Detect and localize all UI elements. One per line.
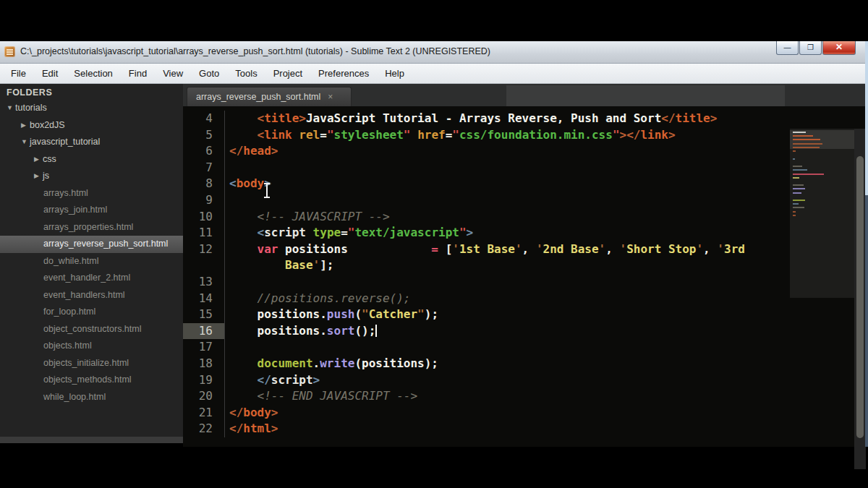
sidebar-item-objects-initialize-html[interactable]: objects_initialize.html bbox=[0, 355, 183, 372]
code-line[interactable]: 11 <script type="text/javascript"> bbox=[183, 225, 805, 241]
code-line[interactable]: 18 document.write(positions); bbox=[183, 356, 805, 372]
code-line[interactable]: 20 <!-- END JAVASCRIPT --> bbox=[183, 388, 805, 405]
line-number: 9 bbox=[183, 192, 225, 209]
minimap[interactable] bbox=[790, 129, 854, 298]
tab-arrays-reverse-push-sort[interactable]: arrays_reverse_push_sort.html× bbox=[187, 87, 352, 106]
line-number: 5 bbox=[183, 127, 225, 144]
code-line[interactable]: 13 bbox=[183, 274, 805, 291]
sidebar-item-object-constructors-html[interactable]: object_constructors.html bbox=[0, 321, 183, 338]
sidebar-item-arrays-html[interactable]: arrays.html bbox=[0, 185, 183, 202]
code-line[interactable]: 10 <!-- JAVASCRIPT --> bbox=[183, 209, 805, 226]
code-line[interactable]: 15 positions.push("Catcher"); bbox=[183, 307, 805, 323]
sidebar-item-label: object_constructors.html bbox=[43, 324, 141, 334]
chevron-collapsed-icon[interactable]: ▶ bbox=[34, 151, 43, 168]
code-lines: 4 <title>JavaScript Tutorial - Arrays Re… bbox=[183, 111, 805, 437]
chevron-expanded-icon[interactable]: ▼ bbox=[7, 100, 15, 117]
sidebar-item-arrays-properties-html[interactable]: arrays_properties.html bbox=[0, 219, 183, 236]
code-line[interactable]: 8<body> bbox=[183, 176, 805, 192]
sidebar-item-label: while_loop.html bbox=[43, 392, 106, 402]
sidebar-item-label: objects_initialize.html bbox=[43, 358, 129, 368]
sidebar-item-label: js bbox=[43, 171, 49, 181]
menu-item-preferences[interactable]: Preferences bbox=[310, 64, 377, 83]
chevron-expanded-icon[interactable]: ▼ bbox=[21, 134, 30, 151]
sidebar-item-box2djs[interactable]: ▶box2dJS bbox=[0, 117, 183, 134]
line-text: </script> bbox=[225, 372, 320, 389]
code-line[interactable]: Base']; bbox=[183, 257, 805, 274]
maximize-button[interactable]: ❐ bbox=[799, 41, 822, 55]
sidebar-item-label: arrays_properties.html bbox=[43, 222, 133, 232]
line-text: </html> bbox=[225, 421, 278, 437]
code-line[interactable]: 22</html> bbox=[183, 421, 805, 437]
menu-item-help[interactable]: Help bbox=[377, 64, 412, 83]
sidebar-item-label: objects_methods.html bbox=[43, 374, 132, 385]
sidebar-item-javascript-tutorial[interactable]: ▼javascript_tutorial bbox=[0, 134, 183, 151]
code-line[interactable]: 14 //positions.reverse(); bbox=[183, 291, 805, 307]
editor: arrays_reverse_push_sort.html× 4 <title>… bbox=[183, 84, 868, 447]
sidebar-item-event-handler-2-html[interactable]: event_handler_2.html bbox=[0, 270, 183, 287]
minimize-button[interactable]: — bbox=[776, 41, 799, 55]
line-number: 8 bbox=[183, 176, 225, 192]
menu-item-view[interactable]: View bbox=[155, 64, 191, 83]
tab-close-icon[interactable]: × bbox=[328, 87, 333, 106]
line-text: <link rel="stylesheet" href="css/foundat… bbox=[225, 127, 676, 144]
code-area[interactable]: 4 <title>JavaScript Tutorial - Arrays Re… bbox=[183, 106, 868, 447]
line-text: //positions.reverse(); bbox=[225, 291, 410, 307]
code-line[interactable]: 21</body> bbox=[183, 405, 805, 421]
code-line[interactable]: 19 </script> bbox=[183, 372, 805, 389]
sidebar-item-label: tutorials bbox=[15, 103, 47, 113]
chevron-collapsed-icon[interactable]: ▶ bbox=[34, 168, 43, 185]
sidebar-item-css[interactable]: ▶css bbox=[0, 151, 183, 168]
sidebar-item-label: objects.html bbox=[43, 341, 92, 351]
sidebar-item-for-loop-html[interactable]: for_loop.html bbox=[0, 304, 183, 321]
line-number bbox=[183, 257, 225, 274]
code-line[interactable]: 9 bbox=[183, 192, 805, 209]
menu-item-edit[interactable]: Edit bbox=[34, 64, 66, 83]
text-caret bbox=[375, 325, 377, 337]
code-line[interactable]: 6</head> bbox=[183, 143, 805, 160]
menu-item-project[interactable]: Project bbox=[265, 64, 310, 83]
menu-item-goto[interactable]: Goto bbox=[191, 64, 227, 83]
tab-bar: arrays_reverse_push_sort.html× bbox=[183, 84, 868, 106]
line-text bbox=[225, 339, 229, 356]
menu-item-file[interactable]: File bbox=[3, 64, 34, 83]
code-line[interactable]: 12 var positions = ['1st Base', '2nd Bas… bbox=[183, 241, 805, 258]
code-line[interactable]: 17 bbox=[183, 339, 805, 356]
sidebar-item-tutorials[interactable]: ▼tutorials bbox=[0, 100, 183, 117]
code-line[interactable]: 7 bbox=[183, 160, 805, 176]
sidebar-bottom-edge bbox=[0, 437, 183, 443]
menu-item-find[interactable]: Find bbox=[121, 64, 155, 83]
scrollbar-thumb[interactable] bbox=[856, 156, 864, 438]
line-number: 17 bbox=[183, 339, 225, 356]
sidebar-item-while-loop-html[interactable]: while_loop.html bbox=[0, 389, 183, 406]
sidebar-item-label: box2dJS bbox=[30, 120, 65, 130]
sidebar-item-do-while-html[interactable]: do_while.html bbox=[0, 253, 183, 270]
line-number: 14 bbox=[183, 291, 225, 307]
line-text bbox=[225, 192, 229, 209]
line-text: positions.push("Catcher"); bbox=[225, 307, 438, 323]
sidebar-item-event-handlers-html[interactable]: event_handlers.html bbox=[0, 287, 183, 304]
chevron-collapsed-icon[interactable]: ▶ bbox=[21, 117, 30, 134]
sidebar-item-objects-methods-html[interactable]: objects_methods.html bbox=[0, 372, 183, 389]
close-button[interactable]: ✕ bbox=[822, 41, 856, 55]
line-text: positions.sort(); bbox=[225, 323, 377, 340]
line-text: var positions = ['1st Base', '2nd Base',… bbox=[225, 241, 745, 258]
line-number: 18 bbox=[183, 356, 225, 372]
sidebar-item-arrays-reverse-push-sort-html[interactable]: arrays_reverse_push_sort.html bbox=[0, 236, 183, 253]
sidebar-item-objects-html[interactable]: objects.html bbox=[0, 338, 183, 355]
line-text: <script type="text/javascript"> bbox=[225, 225, 473, 241]
code-line[interactable]: 16 positions.sort(); bbox=[183, 323, 805, 340]
sidebar-item-label: event_handlers.html bbox=[43, 290, 125, 300]
window-border-bottom bbox=[865, 195, 868, 447]
sidebar-item-js[interactable]: ▶js bbox=[0, 168, 183, 185]
menu-item-tools[interactable]: Tools bbox=[227, 64, 265, 83]
title-bar[interactable]: C:\_projects\tutorials\javascript_tutori… bbox=[0, 41, 868, 64]
menu-item-selection[interactable]: Selection bbox=[66, 64, 120, 83]
folder-tree: ▼tutorials▶box2dJS▼javascript_tutorial▶c… bbox=[0, 100, 183, 406]
line-number: 6 bbox=[183, 143, 225, 160]
line-number: 19 bbox=[183, 372, 225, 389]
line-text: </body> bbox=[225, 405, 278, 421]
code-line[interactable]: 4 <title>JavaScript Tutorial - Arrays Re… bbox=[183, 111, 805, 127]
code-line[interactable]: 5 <link rel="stylesheet" href="css/found… bbox=[183, 127, 805, 144]
scrollbar-track[interactable] bbox=[854, 129, 866, 469]
sidebar-item-arrays-join-html[interactable]: arrays_join.html bbox=[0, 202, 183, 219]
